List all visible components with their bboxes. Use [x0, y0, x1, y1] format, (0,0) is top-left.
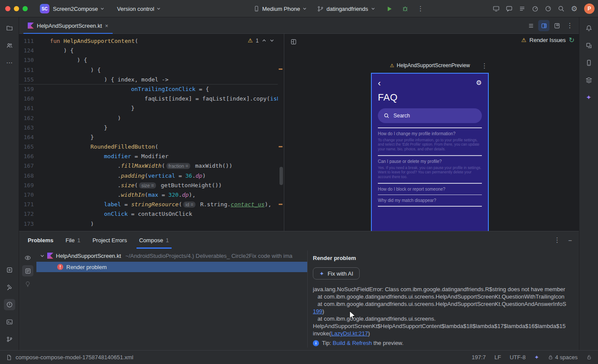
panel-options-button[interactable]: ⋮: [554, 236, 560, 244]
faq-question[interactable]: How do I block or report someone?: [378, 187, 482, 192]
warning-stripe-mark[interactable]: [279, 146, 283, 147]
code-line[interactable]: 162): [19, 114, 278, 123]
faq-question[interactable]: How do I change my profile information?: [378, 131, 482, 136]
faq-question[interactable]: Why did my match disappear?: [378, 198, 482, 203]
panel-tab-project-errors[interactable]: Project Errors: [92, 231, 127, 249]
status-file-name[interactable]: compose-compose-model-1758748140651.xml: [16, 354, 133, 361]
notifications-button[interactable]: [583, 23, 595, 34]
code-line[interactable]: 171label = stringResource(id = R.string.…: [19, 200, 278, 209]
device-mirror-button[interactable]: [491, 3, 502, 14]
todo-structure-button[interactable]: [517, 3, 528, 14]
run-button[interactable]: [384, 3, 395, 14]
panel-minimize-button[interactable]: −: [568, 237, 572, 244]
back-chevron-icon[interactable]: ‹: [378, 78, 381, 87]
gradle-sync-button[interactable]: [543, 3, 554, 14]
trace-link[interactable]: 199: [313, 308, 322, 315]
code-line[interactable]: 172onClick = contactUsOnClick: [19, 209, 278, 219]
prev-issue-icon[interactable]: [262, 38, 266, 43]
problems-tool-button[interactable]: [4, 299, 15, 310]
tree-file-row[interactable]: HelpAndSupportScreen.kt ~/AndroidStudioP…: [36, 250, 307, 261]
code-line[interactable]: 168.padding(vertical = 36.dp): [19, 171, 278, 181]
terminal-tool-button[interactable]: [4, 316, 15, 328]
panel-tab-compose[interactable]: Compose1: [139, 231, 169, 249]
editor-options-button[interactable]: ⋮: [564, 20, 575, 31]
close-tab-icon[interactable]: ×: [105, 23, 108, 29]
tree-issue-row-selected[interactable]: ! Render problem: [36, 262, 307, 272]
render-issues-widget[interactable]: ⚠ Render Issues ↻: [521, 36, 575, 44]
version-control-menu[interactable]: Version control: [117, 0, 161, 17]
panel-tab-file[interactable]: File1: [65, 231, 80, 249]
more-tool-windows-button[interactable]: ⋯: [4, 57, 15, 68]
user-avatar[interactable]: P: [584, 3, 595, 14]
commit-tool-button[interactable]: [4, 264, 15, 276]
search-everywhere-button[interactable]: [556, 3, 567, 14]
code-line[interactable]: 130) {: [19, 55, 278, 65]
code-editor[interactable]: 111fun HelpAndSupportContent(124) {130) …: [19, 34, 284, 231]
line-ending[interactable]: LF: [494, 354, 501, 361]
gemini-button[interactable]: ✦: [583, 92, 595, 103]
quickfix-bulb-button[interactable]: [22, 278, 33, 289]
vcs-branch-widget[interactable]: datingandfriends: [317, 6, 375, 12]
code-line[interactable]: 166modifier = Modifier: [19, 152, 278, 161]
editor-scrollbar[interactable]: [280, 167, 283, 185]
file-encoding[interactable]: UTF-8: [510, 354, 526, 361]
code-line[interactable]: 173): [19, 219, 278, 229]
build-tool-button[interactable]: [4, 282, 15, 293]
code-line[interactable]: 160faqList[index] = faqList[index].copy(…: [19, 94, 278, 104]
debug-button[interactable]: [400, 3, 411, 14]
project-tool-button[interactable]: [4, 23, 15, 34]
editor-float-button[interactable]: [551, 20, 562, 31]
lock-open-icon[interactable]: [586, 354, 592, 360]
code-line[interactable]: 164}: [19, 133, 278, 142]
profiler-button[interactable]: [530, 3, 541, 14]
document-icon: [25, 268, 31, 274]
more-actions-button[interactable]: ⋮: [415, 3, 426, 14]
project-menu[interactable]: Screen2Compose: [53, 0, 104, 17]
device-manager-button[interactable]: [583, 57, 595, 68]
build-refresh-link[interactable]: Build & Refresh: [333, 340, 372, 346]
trace-link[interactable]: LazyDsl.kt:217: [331, 330, 368, 337]
indent-setting[interactable]: 4 spaces: [548, 354, 578, 361]
code-line[interactable]: 165RoundedFilledButton(: [19, 142, 278, 152]
faq-search-bar[interactable]: Search: [378, 108, 482, 123]
code-line[interactable]: 124) {: [19, 46, 278, 55]
editor-list-view-button[interactable]: [525, 20, 536, 31]
caret-position[interactable]: 197:7: [471, 354, 486, 361]
fix-with-ai-button[interactable]: ✦ Fix with AI: [313, 267, 360, 280]
code-line[interactable]: 167.fillMaxWidth(fraction = maxWidth()): [19, 161, 278, 171]
code-line[interactable]: 111fun HelpAndSupportContent(: [19, 36, 278, 46]
preview-toggle-button[interactable]: [22, 252, 33, 263]
version-control-tool-button[interactable]: [4, 334, 15, 345]
resource-manager-button[interactable]: [583, 40, 595, 51]
code-line[interactable]: 169.size(size = getButtonHeight()): [19, 181, 278, 190]
preview-options-button[interactable]: ⋮: [480, 62, 489, 70]
ai-status-icon[interactable]: ✦: [534, 354, 539, 361]
code-line[interactable]: 159onTrailingIconClick = {: [19, 84, 278, 94]
preview-layout-button[interactable]: [288, 36, 299, 47]
close-window-button[interactable]: [5, 6, 10, 11]
next-issue-icon[interactable]: [270, 38, 274, 43]
community-tool-button[interactable]: [4, 40, 15, 51]
refresh-icon[interactable]: ↻: [569, 36, 575, 44]
code-line[interactable]: 163}: [19, 123, 278, 133]
faq-question[interactable]: Can I pause or delete my profile?: [378, 159, 482, 164]
device-selector[interactable]: Medium Phone: [254, 5, 307, 12]
split-preview-button[interactable]: [538, 20, 549, 31]
settings-button[interactable]: ⚙: [569, 3, 580, 14]
code-line[interactable]: 151) {: [19, 65, 278, 75]
gear-icon[interactable]: ⚙: [476, 79, 482, 87]
chevron-down-icon: [302, 6, 307, 11]
layout-inspector-button[interactable]: [583, 75, 595, 86]
ai-assistant-button[interactable]: [504, 3, 515, 14]
warning-stripe-mark[interactable]: [279, 204, 283, 205]
details-view-button[interactable]: [22, 265, 33, 276]
code-line[interactable]: 170.widthIn(max = 320.dp),: [19, 190, 278, 200]
inspection-widget[interactable]: ⚠ 1: [248, 37, 274, 44]
warning-stripe-mark[interactable]: [279, 68, 283, 70]
editor-tab[interactable]: HelpAndSupportScreen.kt ×: [23, 17, 113, 34]
minimize-window-button[interactable]: [14, 6, 19, 11]
preview-title[interactable]: ⚠ HelpAndSupportScreenPreview: [371, 62, 489, 68]
maximize-window-button[interactable]: [23, 6, 28, 11]
code-line[interactable]: 155) { index, model ->: [19, 75, 278, 84]
code-line[interactable]: 161}: [19, 104, 278, 113]
